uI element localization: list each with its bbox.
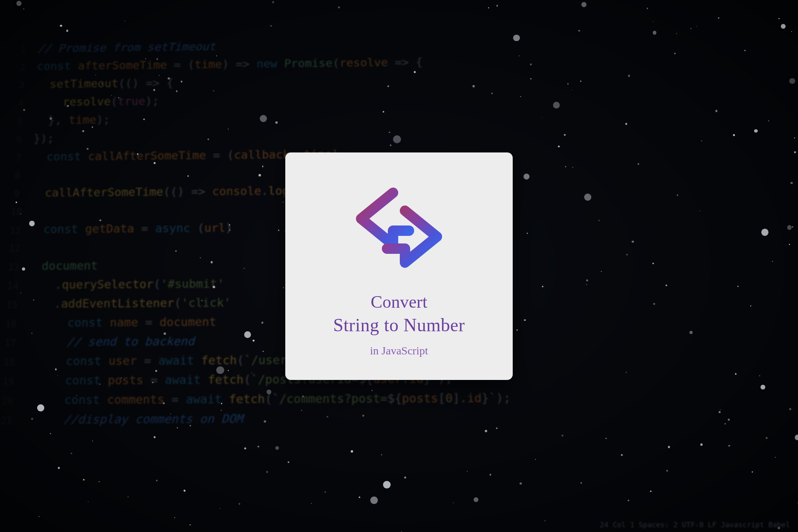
editor-status-bar: 24 Col 1 Spaces: 2 UTF-8 LF Javascript B… (600, 520, 790, 529)
title-line-1: Convert (371, 292, 427, 312)
card-subtitle: in JavaScript (370, 344, 428, 357)
code-line: 21 //display comments on DOM (0, 407, 798, 430)
card-title: Convert String to Number (333, 291, 465, 337)
title-card: Convert String to Number in JavaScript (285, 152, 513, 380)
code-line: 20 const comments = await fetch(`/commen… (1, 387, 798, 410)
title-line-2: String to Number (333, 315, 465, 335)
swap-arrows-icon (339, 175, 459, 279)
